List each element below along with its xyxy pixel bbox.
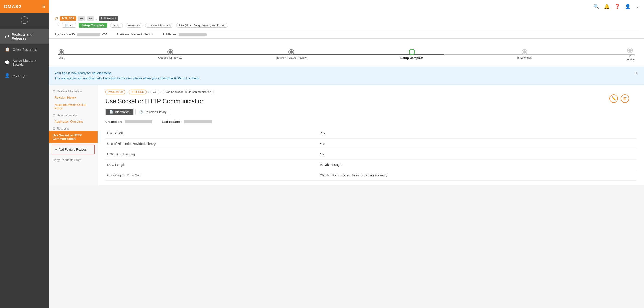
release-info-header: 🗒 Release Information bbox=[49, 88, 98, 94]
requests-icon: 🗒 bbox=[53, 127, 56, 130]
sidebar-header: OMAS2 ⠿ bbox=[0, 0, 49, 13]
step-dot-draft bbox=[59, 50, 64, 54]
step-dot-setup bbox=[410, 50, 414, 54]
table-cell-field: Use of Nintendo-Provided Library bbox=[106, 139, 318, 149]
step-label-service: InService bbox=[625, 54, 635, 61]
right-panel: ✏️ 🗑 Product List › INTL SDK › v.0 › Use… bbox=[98, 85, 644, 185]
created-on-value-blurred bbox=[124, 120, 152, 123]
info-banner-close-icon[interactable]: ✕ bbox=[635, 71, 638, 76]
use-socket-http-link[interactable]: Use Socket or HTTP Communication bbox=[49, 131, 98, 143]
status-badge: Setup Complete bbox=[78, 23, 107, 28]
table-cell-field: UGC Data Loading bbox=[106, 149, 318, 160]
other-requests-icon: 📋 bbox=[5, 47, 10, 52]
sidebar-item-message-boards[interactable]: 💬 Active Message Boards bbox=[0, 55, 49, 70]
sidebar-item-products[interactable]: 🏷 Products and Releases bbox=[0, 29, 49, 43]
step-label-network: Network Feature Review bbox=[276, 56, 306, 59]
revision-history-link[interactable]: Revision History bbox=[49, 94, 98, 101]
progress-track: Draft Queued for Review Network Feature … bbox=[58, 48, 635, 61]
step-label-setup: Setup Complete bbox=[400, 56, 424, 60]
sidebar-item-other[interactable]: 📋 Other Requests bbox=[0, 43, 49, 55]
publisher-blurred bbox=[178, 33, 206, 36]
publisher-label: Publisher bbox=[162, 33, 176, 36]
step-lotcheck: In Lotcheck bbox=[517, 50, 532, 59]
back-button[interactable]: ← bbox=[21, 16, 28, 24]
step-draft: Draft bbox=[58, 50, 64, 59]
page-title: Use Socket or HTTP Communication bbox=[106, 98, 636, 105]
plus-icon: + bbox=[55, 147, 57, 152]
info-banner-text: Your title is now ready for development.… bbox=[54, 71, 200, 81]
step-label-draft: Draft bbox=[58, 56, 64, 59]
platform-field: Platform Nintendo Switch bbox=[116, 33, 153, 36]
app-logo: OMAS2 bbox=[4, 4, 22, 9]
table-row: UGC Data Loading No bbox=[106, 149, 636, 160]
data-table: Use of SSL Yes Use of Nintendo-Provided … bbox=[106, 128, 636, 181]
application-overview-link[interactable]: Application Overview bbox=[49, 118, 98, 125]
created-on-label: Created on: bbox=[106, 120, 122, 123]
release-info-label: Release Information bbox=[57, 90, 82, 93]
version-badge[interactable]: 📄 v.0 bbox=[62, 23, 76, 28]
nintendo-switch-online-policy-link[interactable]: Nintendo Switch Online Policy bbox=[49, 101, 98, 112]
table-cell-field: Data Length bbox=[106, 160, 318, 170]
help-icon[interactable]: ❓ bbox=[614, 4, 620, 9]
step-network: Network Feature Review bbox=[276, 50, 306, 59]
progress-section: Draft Queued for Review Network Feature … bbox=[49, 39, 644, 67]
info-banner-line1: Your title is now ready for development. bbox=[54, 71, 200, 76]
sidebar-back-section: ← bbox=[0, 13, 49, 27]
requests-label: Requests bbox=[57, 127, 69, 130]
step-dot-queued bbox=[168, 50, 172, 54]
sidebar-item-message-boards-label: Active Message Boards bbox=[12, 58, 44, 66]
product-header: 🏷 INTL SDK ■■ ■■ . Full Product └ 📄 v.0 … bbox=[49, 13, 644, 39]
main-area: 🔍 🔔 ❓ 👤 ⌄ 🏷 INTL SDK ■■ ■■ . Full Produc… bbox=[49, 0, 644, 308]
region-asia: Asia (Hong Kong, Taiwan, and Korea) bbox=[176, 23, 228, 28]
application-id-value: 000 bbox=[102, 33, 108, 36]
breadcrumb-top: Product List › INTL SDK › v.0 › Use Sock… bbox=[106, 90, 636, 94]
basic-info-icon: 🗒 bbox=[53, 114, 56, 117]
right-panel-inner: ✏️ 🗑 Product List › INTL SDK › v.0 › Use… bbox=[106, 90, 636, 181]
sidebar: OMAS2 ⠿ ← 🏷 Products and Releases 📋 Othe… bbox=[0, 0, 49, 308]
user-icon[interactable]: 👤 bbox=[625, 4, 631, 9]
doc-icon: 📄 bbox=[65, 23, 68, 27]
step-label-lotcheck: In Lotcheck bbox=[517, 56, 532, 59]
step-queued: Queued for Review bbox=[158, 50, 182, 59]
basic-info-header: 🗒 Basic Information bbox=[49, 112, 98, 118]
information-tab-icon: 📄 bbox=[109, 110, 113, 114]
sidebar-item-products-label: Products and Releases bbox=[12, 32, 44, 40]
delete-button[interactable]: 🗑 bbox=[621, 94, 629, 103]
application-id-blurred bbox=[77, 33, 100, 36]
created-on-field: Created on: bbox=[106, 120, 152, 124]
requests-header: 🗒 Requests bbox=[49, 125, 98, 131]
edit-button[interactable]: ✏️ bbox=[610, 94, 618, 103]
add-feature-request-button[interactable]: + Add Feature Request bbox=[52, 145, 95, 154]
tab-information[interactable]: 📄 Information bbox=[106, 109, 134, 115]
version-row: └ 📄 v.0 Setup Complete Japan Americas Eu… bbox=[59, 23, 638, 28]
bc-product-list[interactable]: Product List bbox=[106, 90, 125, 94]
breadcrumb-box-2: ■■ bbox=[87, 16, 94, 20]
badge-intl-sdk[interactable]: INTL SDK bbox=[60, 16, 76, 20]
tree-indent-icon: └ bbox=[56, 23, 60, 28]
bell-icon[interactable]: 🔔 bbox=[604, 4, 610, 9]
tab-row: 📄 Information 🕐 Revision History bbox=[106, 109, 636, 115]
step-dot-network bbox=[289, 50, 294, 54]
left-panel: 🗒 Release Information Revision History N… bbox=[49, 85, 98, 185]
version-text: v.0 bbox=[70, 23, 73, 27]
publisher-field: Publisher bbox=[162, 33, 206, 36]
platform-value: Nintendo Switch bbox=[131, 33, 153, 36]
search-icon[interactable]: 🔍 bbox=[594, 4, 599, 9]
my-page-icon: 👤 bbox=[5, 73, 10, 78]
bc-version[interactable]: v.0 bbox=[150, 90, 159, 94]
breadcrumb-separator: . bbox=[96, 17, 97, 20]
step-dot-service bbox=[628, 48, 632, 53]
bc-intl-sdk[interactable]: INTL SDK bbox=[129, 90, 147, 94]
caret-icon[interactable]: ⌄ bbox=[635, 4, 639, 9]
info-banner: Your title is now ready for development.… bbox=[49, 67, 644, 85]
table-cell-value: Yes bbox=[318, 128, 636, 139]
last-updated-label: Last updated: bbox=[162, 120, 182, 123]
info-row: Application ID 000 Platform Nintendo Swi… bbox=[54, 30, 638, 38]
table-row: Checking the Data Size Check if the resp… bbox=[106, 170, 636, 181]
badge-full-product: Full Product bbox=[99, 16, 118, 20]
tab-revision-history[interactable]: 🕐 Revision History bbox=[136, 109, 170, 115]
grid-icon[interactable]: ⠿ bbox=[42, 4, 45, 9]
sidebar-item-my-page[interactable]: 👤 My Page bbox=[0, 70, 49, 81]
step-service: InService bbox=[625, 48, 635, 61]
bc-arrow-1: › bbox=[126, 90, 128, 94]
